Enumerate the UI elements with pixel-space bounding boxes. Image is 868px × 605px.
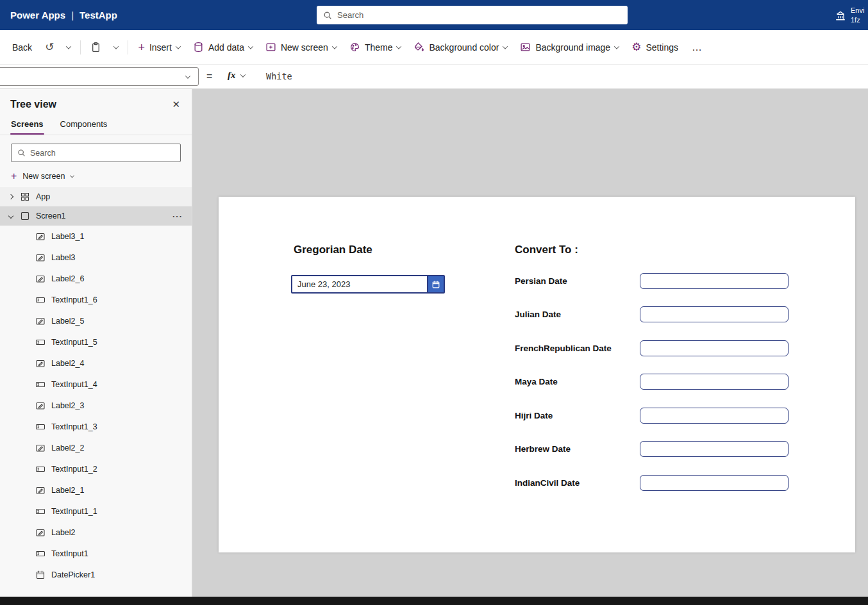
- tree-view-panel: Tree view ✕ Screens Components + New scr…: [0, 89, 192, 597]
- new-screen-tree-button[interactable]: + New screen: [0, 167, 192, 187]
- brand: Power Apps | TestApp: [10, 10, 117, 21]
- tree-item[interactable]: Label2_6 ···: [0, 268, 192, 289]
- database-icon: [193, 42, 204, 53]
- app-screen[interactable]: Gregorian Date June 23, 2023 Convert To …: [219, 197, 855, 552]
- undo-menu-button[interactable]: [61, 41, 76, 54]
- tree-item-label: TextInput1_3: [51, 422, 97, 431]
- brand-name[interactable]: Power Apps: [10, 10, 65, 21]
- theme-button[interactable]: Theme: [344, 37, 407, 57]
- tree-item[interactable]: Label2_4 ···: [0, 352, 192, 374]
- date-output-input[interactable]: [640, 441, 789, 457]
- tree-search-input[interactable]: [30, 149, 174, 158]
- tree-item-icon: [35, 464, 46, 474]
- date-output-input[interactable]: [640, 408, 789, 424]
- tree-item[interactable]: Label2_1 ···: [0, 479, 192, 501]
- environment-picker[interactable]: Envi 1fz: [835, 0, 868, 30]
- tree-item[interactable]: Label2 ···: [0, 522, 192, 543]
- tree-view-title: Tree view: [10, 99, 56, 110]
- date-output-input[interactable]: [640, 475, 789, 491]
- tree-item[interactable]: Label2_2 ···: [0, 437, 192, 458]
- paste-menu-button[interactable]: [108, 41, 124, 54]
- tree-item-label: DatePicker1: [51, 570, 95, 579]
- chevron-down-icon: [503, 44, 508, 49]
- settings-button[interactable]: ⚙ Settings: [626, 37, 684, 57]
- app-header: Power Apps | TestApp Envi 1fz: [0, 0, 868, 30]
- tree-search[interactable]: [11, 144, 181, 162]
- tree-item-icon: [35, 379, 46, 390]
- new-screen-button[interactable]: New screen: [260, 37, 342, 57]
- fx-dropdown[interactable]: fx: [228, 70, 245, 81]
- undo-button[interactable]: ↺: [39, 37, 60, 57]
- tree-item-label: TextInput1_2: [51, 465, 97, 474]
- tree-item-icon: [35, 549, 46, 559]
- environment-name: 1fz: [851, 15, 868, 25]
- tree-item-icon: [35, 422, 46, 432]
- close-icon[interactable]: ✕: [171, 99, 181, 110]
- calendar-button[interactable]: [427, 276, 444, 292]
- bottom-bar: [0, 597, 868, 605]
- background-image-button[interactable]: Background image: [514, 37, 624, 57]
- date-output-input[interactable]: [640, 374, 789, 390]
- brand-divider: |: [71, 10, 74, 21]
- tree-item[interactable]: Label2_5 ···: [0, 310, 192, 331]
- tree-item[interactable]: TextInput1_6 ···: [0, 289, 192, 310]
- tree-view-tab[interactable]: Components: [60, 116, 108, 135]
- insert-button[interactable]: + Insert: [132, 37, 186, 58]
- tree-item[interactable]: TextInput1_4 ···: [0, 374, 192, 395]
- tree-item-label: TextInput1: [51, 549, 88, 558]
- date-output-input[interactable]: [640, 306, 789, 322]
- tree-item-label: Label2_3: [51, 401, 84, 410]
- paste-button[interactable]: [85, 37, 107, 57]
- tree-item[interactable]: Label2_3 ···: [0, 395, 192, 416]
- tree-view-tab[interactable]: Screens: [10, 116, 44, 135]
- add-data-label: Add data: [208, 42, 244, 53]
- background-color-button[interactable]: Background color: [408, 37, 513, 57]
- background-color-label: Background color: [429, 42, 499, 53]
- date-output-input[interactable]: [640, 340, 789, 356]
- global-search[interactable]: [317, 6, 628, 24]
- date-type-label: Maya Date: [515, 377, 640, 386]
- convert-row: Persian Date: [515, 272, 789, 290]
- tree-item[interactable]: TextInput1_5 ···: [0, 331, 192, 352]
- tree-items: App ··· Screen1 ··· Label3_1 ··· Label3 …: [0, 187, 192, 585]
- theme-icon: [349, 42, 360, 53]
- tree-item[interactable]: Label3_1 ···: [0, 226, 192, 247]
- tree-item-icon: [35, 337, 46, 347]
- add-data-button[interactable]: Add data: [187, 37, 258, 57]
- undo-icon: ↺: [45, 42, 54, 53]
- date-value[interactable]: June 23, 2023: [292, 276, 427, 292]
- tree-item[interactable]: TextInput1 ···: [0, 543, 192, 564]
- gregorian-datepicker[interactable]: June 23, 2023: [291, 275, 445, 294]
- formula-input[interactable]: White: [266, 71, 292, 81]
- tree-item[interactable]: TextInput1_1 ···: [0, 501, 192, 522]
- expand-chevron-icon[interactable]: [8, 194, 13, 199]
- tree-item-label: TextInput1_4: [51, 380, 97, 389]
- back-label: Back: [12, 42, 32, 53]
- tree-item[interactable]: TextInput1_2 ···: [0, 458, 192, 479]
- tree-item[interactable]: TextInput1_3 ···: [0, 416, 192, 437]
- tree-item-icon: [35, 358, 46, 369]
- tree-item-label: Label2: [51, 528, 76, 537]
- date-output-input[interactable]: [640, 273, 789, 289]
- environment-label: Envi: [851, 6, 868, 15]
- tree-item[interactable]: Screen1 ···: [0, 206, 192, 226]
- convert-row: Maya Date: [515, 373, 789, 391]
- global-search-input[interactable]: [337, 10, 621, 20]
- tree-item[interactable]: DatePicker1 ···: [0, 564, 192, 585]
- more-options-icon[interactable]: ···: [172, 211, 185, 221]
- tree-item-icon: [35, 485, 46, 495]
- tree-item-label: TextInput1_5: [51, 338, 97, 347]
- tree-item[interactable]: App ···: [0, 187, 192, 206]
- gregorian-date-heading: Gregorian Date: [294, 244, 372, 256]
- tree-item-icon: [35, 506, 46, 517]
- property-selector[interactable]: [0, 67, 199, 86]
- gear-icon: ⚙: [631, 42, 641, 53]
- expand-chevron-icon[interactable]: [8, 213, 13, 219]
- tree-item-icon: [35, 401, 46, 411]
- tree-item-label: TextInput1_1: [51, 507, 97, 516]
- tree-item[interactable]: Label3 ···: [0, 247, 192, 268]
- tree-item-label: Label2_2: [51, 443, 84, 452]
- tab-label: Screens: [11, 119, 44, 129]
- back-button[interactable]: Back: [6, 38, 38, 57]
- more-commands-button[interactable]: …: [685, 42, 709, 53]
